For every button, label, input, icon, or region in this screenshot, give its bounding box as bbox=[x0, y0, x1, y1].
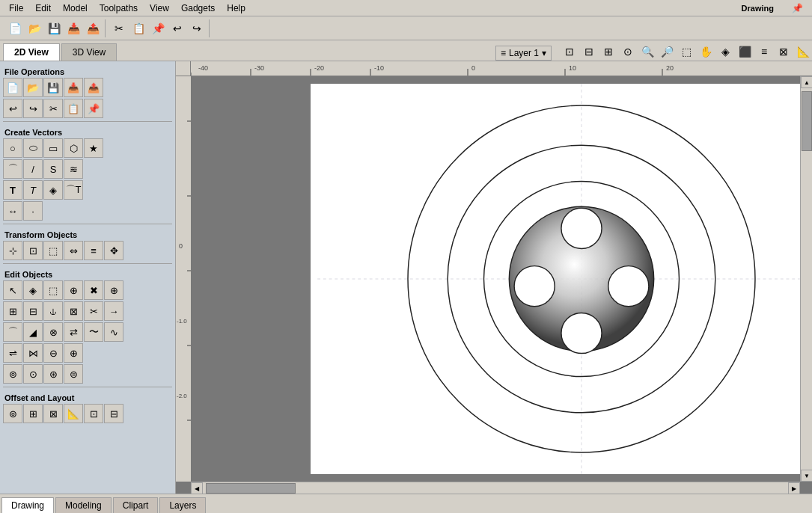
scroll-v-thumb[interactable] bbox=[802, 91, 812, 151]
trim-btn[interactable]: ✂ bbox=[84, 301, 103, 321]
scroll-left-button[interactable]: ◀ bbox=[191, 482, 203, 494]
tab-2d-view[interactable]: 2D View bbox=[3, 43, 60, 61]
smooth-btn[interactable]: 〜 bbox=[84, 322, 103, 342]
job-size-btn[interactable]: 📐 bbox=[64, 404, 83, 423]
move-to-btn[interactable]: ✥ bbox=[104, 241, 123, 260]
layers-icon-button[interactable]: ≡ bbox=[755, 43, 773, 61]
draw-line-btn[interactable]: / bbox=[23, 159, 43, 179]
draw-circle-btn[interactable]: ○ bbox=[3, 138, 22, 158]
select-node-btn[interactable]: ◈ bbox=[23, 280, 43, 300]
new-file-btn[interactable]: 📄 bbox=[3, 78, 22, 97]
draw-text-style-btn[interactable]: T bbox=[23, 180, 43, 200]
zoom-extents-button[interactable]: ⊡ bbox=[561, 43, 579, 61]
tab-3d-view[interactable]: 3D View bbox=[61, 43, 117, 61]
offset-btn[interactable]: ⊚ bbox=[3, 404, 22, 423]
close-btn[interactable]: ⊗ bbox=[43, 322, 63, 342]
interactive-move-btn[interactable]: ⊕ bbox=[64, 280, 83, 300]
render-material-button[interactable]: ⬛ bbox=[736, 43, 754, 61]
draw-rect-btn[interactable]: ▭ bbox=[43, 138, 63, 158]
delete-btn[interactable]: ✖ bbox=[84, 280, 103, 300]
cut-button[interactable]: ✂ bbox=[110, 19, 128, 37]
scroll-right-button[interactable]: ▶ bbox=[788, 482, 800, 494]
draw-text-btn[interactable]: T bbox=[3, 180, 22, 200]
pin-button[interactable]: 📌 bbox=[786, 1, 809, 15]
group-btn[interactable]: ⊞ bbox=[3, 301, 22, 321]
nest-parts-btn[interactable]: ⊟ bbox=[104, 404, 123, 423]
copy-button[interactable]: 📋 bbox=[129, 19, 147, 37]
save-button[interactable]: 💾 bbox=[45, 19, 63, 37]
snap-button[interactable]: ⊙ bbox=[619, 43, 637, 61]
edit-extra1-btn[interactable]: ⊚ bbox=[3, 364, 22, 384]
menu-help[interactable]: Help bbox=[221, 1, 251, 15]
menu-gadgets[interactable]: Gadgets bbox=[175, 1, 221, 15]
export-file-btn[interactable]: 📤 bbox=[84, 78, 103, 97]
dimension-btn[interactable]: ↔ bbox=[3, 201, 22, 221]
weld-btn[interactable]: ⊕ bbox=[104, 280, 123, 300]
drawing-area[interactable] bbox=[251, 76, 812, 482]
cut-btn[interactable]: ✂ bbox=[43, 99, 63, 118]
redo-button[interactable]: ↪ bbox=[188, 19, 206, 37]
undo-btn[interactable]: ↩ bbox=[3, 99, 22, 118]
subtract-btn[interactable]: ⊖ bbox=[43, 343, 63, 363]
distort-btn[interactable]: ⬚ bbox=[43, 241, 63, 260]
ungroup-btn[interactable]: ⊟ bbox=[23, 301, 43, 321]
tab-clipart[interactable]: Clipart bbox=[113, 497, 159, 513]
export-button[interactable]: 📤 bbox=[84, 19, 102, 37]
open-file-btn[interactable]: 📂 bbox=[23, 78, 43, 97]
text-on-curve-btn[interactable]: ⌒T bbox=[64, 180, 83, 200]
draw-polygon-btn[interactable]: ⬡ bbox=[64, 138, 83, 158]
union-btn[interactable]: ⊕ bbox=[64, 343, 83, 363]
draw-bezier-btn[interactable]: ⌒ bbox=[3, 159, 22, 179]
zoom-in-button[interactable]: 🔍 bbox=[638, 43, 656, 61]
nesting-btn[interactable]: ⊞ bbox=[23, 404, 43, 423]
zoom-out-button[interactable]: 🔎 bbox=[658, 43, 676, 61]
node-edit-btn[interactable]: ◈ bbox=[43, 180, 63, 200]
copy-btn[interactable]: 📋 bbox=[64, 99, 83, 118]
array-copy-btn[interactable]: ⊡ bbox=[84, 404, 103, 423]
align-btn[interactable]: ≡ bbox=[84, 241, 103, 260]
layout-btn[interactable]: ⊠ bbox=[43, 404, 63, 423]
mirror-btn[interactable]: ⫝ bbox=[43, 301, 63, 321]
menu-model[interactable]: Model bbox=[57, 1, 94, 15]
tiling-button[interactable]: ⊠ bbox=[775, 43, 793, 61]
draw-wave-btn[interactable]: ≋ bbox=[64, 159, 83, 179]
move-btn[interactable]: ⊹ bbox=[3, 241, 22, 260]
menu-file[interactable]: File bbox=[3, 1, 29, 15]
fillet-btn[interactable]: ⌒ bbox=[3, 322, 22, 342]
edit-extra2-btn[interactable]: ⊙ bbox=[23, 364, 43, 384]
pan-button[interactable]: ✋ bbox=[697, 43, 715, 61]
import-button[interactable]: 📥 bbox=[64, 19, 82, 37]
array-btn[interactable]: ⊠ bbox=[64, 301, 83, 321]
zoom-box-button[interactable]: ⬚ bbox=[677, 43, 695, 61]
redo-btn[interactable]: ↪ bbox=[23, 99, 43, 118]
menu-edit[interactable]: Edit bbox=[29, 1, 57, 15]
extend-btn[interactable]: → bbox=[104, 301, 123, 321]
paste-btn[interactable]: 📌 bbox=[84, 99, 103, 118]
grid-button[interactable]: ⊞ bbox=[599, 43, 617, 61]
tab-modeling[interactable]: Modeling bbox=[55, 497, 112, 513]
draw-star-btn[interactable]: ★ bbox=[84, 138, 103, 158]
edit-extra4-btn[interactable]: ⊜ bbox=[64, 364, 83, 384]
tab-drawing[interactable]: Drawing bbox=[1, 497, 54, 513]
select-btn[interactable]: ↖ bbox=[3, 280, 22, 300]
scrollbar-vertical[interactable]: ▲ ▼ bbox=[800, 76, 812, 482]
job-setup-button[interactable]: 📐 bbox=[794, 43, 812, 61]
paste-button[interactable]: 📌 bbox=[149, 19, 167, 37]
rubber-band-btn[interactable]: ⬚ bbox=[43, 280, 63, 300]
intersect-btn[interactable]: ⋈ bbox=[23, 343, 43, 363]
scroll-down-button[interactable]: ▼ bbox=[801, 470, 812, 482]
scroll-up-button[interactable]: ▲ bbox=[801, 76, 812, 88]
save-file-btn[interactable]: 💾 bbox=[43, 78, 63, 97]
scroll-h-thumb[interactable] bbox=[206, 483, 296, 494]
import-file-btn[interactable]: 📥 bbox=[64, 78, 83, 97]
new-button[interactable]: 📄 bbox=[6, 19, 24, 37]
menu-view[interactable]: View bbox=[144, 1, 175, 15]
edit-extra3-btn[interactable]: ⊛ bbox=[43, 364, 63, 384]
undo-button[interactable]: ↩ bbox=[168, 19, 186, 37]
open-button[interactable]: 📂 bbox=[25, 19, 43, 37]
point-btn[interactable]: · bbox=[23, 201, 43, 221]
draw-spline-btn[interactable]: S bbox=[43, 159, 63, 179]
chamfer-btn[interactable]: ◢ bbox=[23, 322, 43, 342]
render-shaded-button[interactable]: ◈ bbox=[716, 43, 734, 61]
scale-btn[interactable]: ⊡ bbox=[23, 241, 43, 260]
